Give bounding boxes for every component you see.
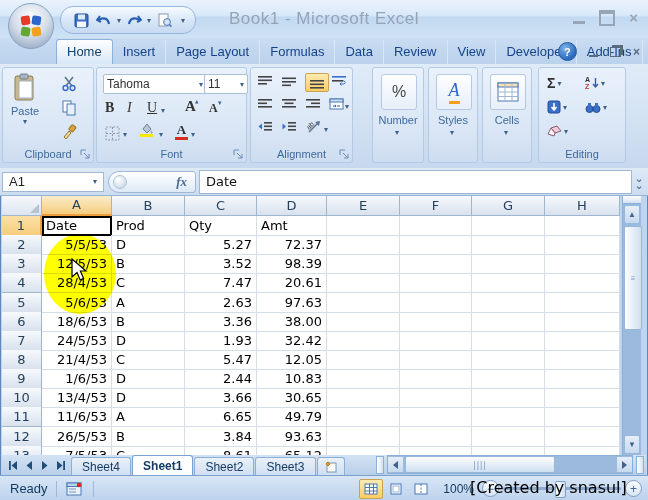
cell-F5[interactable] [400, 293, 472, 313]
underline-dropdown[interactable]: ▾ [161, 106, 165, 115]
tab-split-handle[interactable] [376, 456, 384, 474]
decrease-indent-button[interactable] [257, 121, 273, 133]
cell-H2[interactable] [545, 235, 620, 255]
font-color-button[interactable]: A [175, 122, 188, 140]
cell-C2[interactable]: 5.27 [185, 235, 257, 255]
horizontal-scrollbar[interactable]: |||| [387, 455, 633, 474]
expand-formula-bar-button[interactable]: ⌄⌄ [632, 175, 646, 189]
cell-B5[interactable]: A [112, 293, 185, 313]
cell-F7[interactable] [400, 331, 472, 351]
column-header-B[interactable]: B [112, 196, 185, 216]
cell-C10[interactable]: 3.66 [185, 388, 257, 408]
cell-E12[interactable] [327, 427, 400, 447]
row-header-11[interactable]: 11 [2, 407, 42, 427]
column-header-C[interactable]: C [185, 196, 257, 216]
cell-H3[interactable] [545, 254, 620, 274]
merge-center-dropdown[interactable]: ▾ [345, 102, 349, 111]
column-header-E[interactable]: E [327, 196, 400, 216]
wrap-text-button[interactable] [331, 75, 347, 87]
cell-A8[interactable]: 21/4/53 [42, 350, 112, 370]
name-box[interactable]: A1 ▾ [2, 172, 104, 192]
cell-A7[interactable]: 24/5/53 [42, 331, 112, 351]
cell-E8[interactable] [327, 350, 400, 370]
cell-E2[interactable] [327, 235, 400, 255]
cell-F8[interactable] [400, 350, 472, 370]
underline-button[interactable]: U [147, 100, 157, 116]
cell-B8[interactable]: C [112, 350, 185, 370]
align-middle-button[interactable] [281, 75, 297, 87]
cell-F1[interactable] [400, 216, 472, 236]
align-left-button[interactable] [257, 98, 273, 110]
cell-D4[interactable]: 20.61 [257, 273, 327, 293]
autosum-button[interactable]: Σ▾ [547, 74, 561, 92]
cell-H7[interactable] [545, 331, 620, 351]
increase-indent-button[interactable] [281, 121, 297, 133]
row-header-9[interactable]: 9 [2, 369, 42, 389]
cell-G13[interactable] [472, 446, 545, 455]
cell-F6[interactable] [400, 312, 472, 332]
clipboard-dialog-launcher[interactable] [80, 149, 91, 160]
tab-page-layout[interactable]: Page Layout [166, 40, 260, 64]
cut-button[interactable] [61, 76, 77, 92]
borders-dropdown[interactable]: ▾ [123, 130, 127, 139]
tab-view[interactable]: View [448, 40, 497, 64]
row-header-10[interactable]: 10 [2, 388, 42, 408]
workbook-restore-icon[interactable] [610, 47, 621, 57]
clear-button[interactable]: ▾ [547, 122, 568, 140]
tab-data[interactable]: Data [335, 40, 383, 64]
cell-G1[interactable] [472, 216, 545, 236]
cell-D13[interactable]: 65.12 [257, 446, 327, 455]
row-header-13[interactable]: 13 [2, 446, 42, 455]
cell-H6[interactable] [545, 312, 620, 332]
cell-D3[interactable]: 98.39 [257, 254, 327, 274]
cell-D2[interactable]: 72.37 [257, 235, 327, 255]
cell-F9[interactable] [400, 369, 472, 389]
cell-C3[interactable]: 3.52 [185, 254, 257, 274]
cell-D12[interactable]: 93.63 [257, 427, 327, 447]
cell-E1[interactable] [327, 216, 400, 236]
shrink-font-button[interactable]: A [209, 101, 218, 116]
cell-C12[interactable]: 3.84 [185, 427, 257, 447]
cell-E13[interactable] [327, 446, 400, 455]
fill-button[interactable]: ▾ [547, 98, 567, 116]
vertical-scroll-thumb[interactable]: ≡ [624, 226, 642, 330]
sheet-tab-sheet3[interactable]: Sheet3 [255, 457, 315, 475]
cell-B2[interactable]: D [112, 235, 185, 255]
scroll-up-button[interactable]: ▲ [624, 205, 640, 224]
styles-dropdown[interactable]: ▾ [450, 128, 454, 137]
copy-button[interactable] [61, 100, 77, 116]
cell-D11[interactable]: 49.79 [257, 407, 327, 427]
cell-G5[interactable] [472, 293, 545, 313]
insert-function-button[interactable]: fx [108, 171, 196, 193]
align-top-button[interactable] [257, 75, 273, 87]
cell-H12[interactable] [545, 427, 620, 447]
column-header-G[interactable]: G [472, 196, 545, 216]
row-header-12[interactable]: 12 [2, 427, 42, 447]
next-sheet-button[interactable] [37, 457, 52, 473]
cell-A9[interactable]: 1/6/53 [42, 369, 112, 389]
column-header-A[interactable]: A [42, 196, 112, 216]
cell-G8[interactable] [472, 350, 545, 370]
cell-C9[interactable]: 2.44 [185, 369, 257, 389]
cell-B6[interactable]: B [112, 312, 185, 332]
tab-home[interactable]: Home [56, 39, 113, 64]
scroll-left-button[interactable] [388, 457, 403, 472]
merge-center-button[interactable] [329, 98, 344, 110]
cell-F4[interactable] [400, 273, 472, 293]
office-button[interactable] [8, 3, 54, 49]
number-format-button[interactable]: % [381, 74, 417, 110]
cell-B11[interactable]: A [112, 407, 185, 427]
cell-B3[interactable]: B [112, 254, 185, 274]
format-painter-button[interactable] [61, 124, 77, 140]
insert-worksheet-button[interactable] [317, 457, 345, 475]
row-header-4[interactable]: 4 [2, 273, 42, 293]
select-all-corner[interactable] [2, 196, 42, 216]
tab-review[interactable]: Review [384, 40, 448, 64]
cell-C13[interactable]: 8.61 [185, 446, 257, 455]
italic-button[interactable]: I [127, 100, 132, 116]
paste-dropdown[interactable]: ▾ [23, 117, 27, 126]
cell-G7[interactable] [472, 331, 545, 351]
row-header-5[interactable]: 5 [2, 293, 42, 313]
orientation-button[interactable]: ab [307, 120, 322, 134]
cell-F12[interactable] [400, 427, 472, 447]
